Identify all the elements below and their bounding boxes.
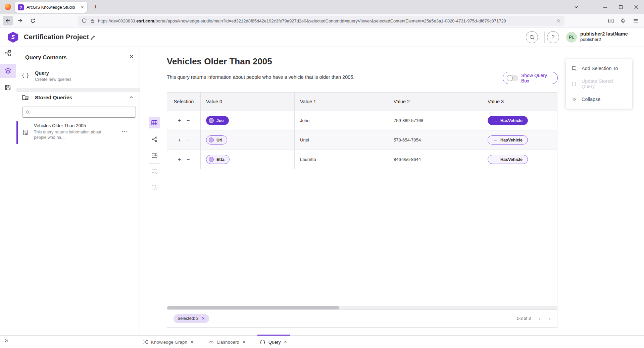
table-row[interactable]: +− Joe John 759-889-57168 →HasVehicle <box>167 111 557 130</box>
table-header-row: Selection Value 0 Value 1 Value 2 Value … <box>167 93 557 111</box>
results-table: Selection Value 0 Value 1 Value 2 Value … <box>167 92 557 328</box>
edit-title-icon[interactable] <box>89 34 97 42</box>
tab-close-icon[interactable]: ✕ <box>81 5 84 9</box>
window-maximize-button[interactable] <box>613 0 628 14</box>
stored-query-doc-icon <box>22 129 29 136</box>
table-footer: Selected: 3✕ 1-3 of 3 ‹ › <box>167 309 557 327</box>
pocket-icon[interactable] <box>606 16 615 25</box>
shield-icon[interactable] <box>82 18 87 23</box>
expand-panel-icon[interactable] <box>4 338 9 343</box>
bookmark-star-icon[interactable]: ☆ <box>556 18 561 24</box>
show-query-box-label: Show Query Box <box>521 73 554 83</box>
selected-count-chip[interactable]: Selected: 3✕ <box>174 314 209 323</box>
relationship-pill[interactable]: →HasVehicle <box>488 135 528 144</box>
relationship-pill[interactable]: →HasVehicle <box>488 116 528 125</box>
panel-close-icon[interactable]: ✕ <box>129 54 134 60</box>
entity-pill[interactable]: Joe <box>206 116 229 125</box>
cell-value1: John <box>295 111 388 130</box>
next-page-icon[interactable]: › <box>549 316 551 322</box>
query-item[interactable]: { } Query Create new queries <box>16 66 140 88</box>
braces-icon: { } <box>571 81 577 86</box>
scrollbar-thumb[interactable] <box>167 306 339 309</box>
stored-queries-header[interactable]: Stored Queries <box>16 92 140 104</box>
menu-item-collapse[interactable]: Collapse <box>566 92 632 107</box>
map-view-icon[interactable] <box>149 150 160 161</box>
stored-query-item[interactable]: Vehicles Older Than 2005 This query retu… <box>16 121 140 146</box>
window-close-button[interactable] <box>629 0 644 14</box>
select-region-icon[interactable] <box>149 182 160 193</box>
tab-close-icon[interactable]: ✕ <box>284 340 287 344</box>
horizontal-scrollbar[interactable] <box>167 306 557 309</box>
url-text: https://dev0028833.esri.com/portal/apps/… <box>98 18 553 23</box>
clear-selection-icon[interactable]: ✕ <box>202 316 205 321</box>
cell-value2: 578-654-7854 <box>388 130 482 150</box>
chevron-up-icon[interactable] <box>129 95 134 100</box>
help-button[interactable]: ? <box>547 31 559 43</box>
header-search-button[interactable] <box>526 31 538 43</box>
add-to-selection-icon[interactable]: + <box>178 137 181 143</box>
table-row[interactable]: +− Etta Lauretta 846-956-8644 →HasVehicl… <box>167 150 557 169</box>
tab-query[interactable]: { } Query ✕ <box>260 336 287 348</box>
cell-value2: 759-889-57168 <box>388 111 482 130</box>
add-to-selection-icon[interactable]: + <box>178 157 181 163</box>
selection-context-menu: Add Selection To { } Update Stored Query… <box>566 59 632 109</box>
forward-button[interactable] <box>15 16 25 25</box>
url-bar[interactable]: https://dev0028833.esri.com/portal/apps/… <box>78 16 564 26</box>
stored-queries-search[interactable] <box>22 107 136 118</box>
arrow-right-icon: → <box>493 118 497 123</box>
toggle-switch[interactable] <box>507 75 518 81</box>
new-map-icon[interactable] <box>149 166 160 177</box>
lock-icon[interactable] <box>90 18 95 23</box>
search-input[interactable] <box>33 110 133 115</box>
entity-pill[interactable]: Uri <box>206 135 227 144</box>
extensions-icon[interactable] <box>618 16 628 25</box>
add-to-selection-icon[interactable]: + <box>178 118 181 124</box>
folder-icon <box>22 94 29 101</box>
menu-hamburger-icon[interactable] <box>631 16 640 25</box>
menu-item-update-stored-query[interactable]: { } Update Stored Query <box>566 76 632 92</box>
tab-dashboard[interactable]: Dashboard ✕ <box>209 336 246 348</box>
user-handle: publisher2 <box>580 37 601 42</box>
double-chevron-right-icon <box>571 97 577 102</box>
back-button[interactable] <box>3 16 13 25</box>
cell-value1: Uriel <box>295 130 388 150</box>
show-query-box-toggle[interactable]: Show Query Box <box>503 72 558 84</box>
item-overflow-menu-icon[interactable]: ··· <box>122 129 128 135</box>
firefox-icon[interactable] <box>5 4 11 10</box>
page-title: Vehicles Older Than 2005 <box>167 56 272 67</box>
dashboard-icon <box>209 339 214 345</box>
col-value2: Value 2 <box>388 93 482 111</box>
entity-pill[interactable]: Etta <box>206 155 230 164</box>
prev-page-icon[interactable]: ‹ <box>539 316 541 322</box>
remove-from-selection-icon[interactable]: − <box>187 118 190 124</box>
window-minimize-button[interactable] <box>597 0 613 14</box>
main-content: Vehicles Older Than 2005 This query retu… <box>140 47 644 335</box>
panel-separator <box>16 88 140 92</box>
stored-query-title: Vehicles Older Than 2005 <box>34 123 86 128</box>
save-icon[interactable] <box>0 81 16 94</box>
new-tab-button[interactable]: + <box>91 3 100 11</box>
remove-from-selection-icon[interactable]: − <box>187 137 190 143</box>
header-divider <box>544 32 545 43</box>
selected-indicator <box>16 121 18 144</box>
query-contents-panel: Query Contents ✕ { } Query Create new qu… <box>16 47 140 335</box>
relationship-pill[interactable]: →HasVehicle <box>488 155 528 164</box>
link-chart-icon[interactable] <box>149 133 160 145</box>
stored-queries-label: Stored Queries <box>35 95 72 101</box>
data-model-icon[interactable] <box>0 47 16 59</box>
tab-close-icon[interactable]: ✕ <box>242 340 246 344</box>
menu-item-add-selection-to[interactable]: Add Selection To <box>566 61 632 76</box>
entity-dot-icon <box>209 157 214 162</box>
avatar[interactable]: PL <box>566 32 577 43</box>
screen: ArcGIS Knowledge Studio ✕ + https <box>0 0 644 348</box>
reload-button[interactable] <box>28 16 38 25</box>
layers-icon[interactable] <box>0 64 16 78</box>
table-row[interactable]: +− Uri Uriel 578-654-7854 →HasVehicle <box>167 130 557 150</box>
tab-close-icon[interactable]: ✕ <box>190 340 194 344</box>
tab-knowledge-graph[interactable]: Knowledge Graph ✕ <box>143 336 194 348</box>
list-tabs-icon[interactable] <box>568 0 584 14</box>
row-range: 1-3 of 3 <box>516 316 531 321</box>
remove-from-selection-icon[interactable]: − <box>187 157 190 163</box>
table-view-icon[interactable] <box>149 117 160 128</box>
browser-tab[interactable]: ArcGIS Knowledge Studio ✕ <box>15 2 87 13</box>
